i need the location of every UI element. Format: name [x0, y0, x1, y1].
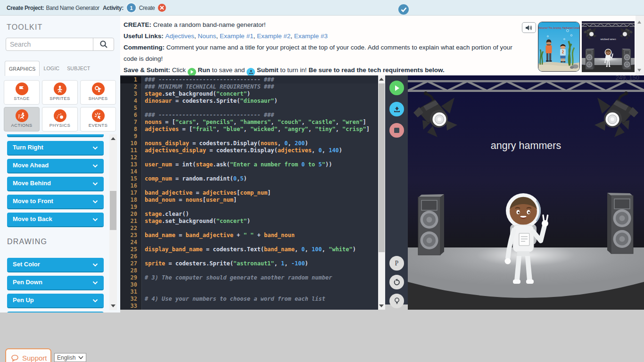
run-button-column: P	[385, 75, 408, 304]
code-line-18[interactable]: 18band_noun = nouns[user_num]	[120, 197, 378, 204]
submit-button[interactable]	[389, 102, 404, 116]
code-line-28[interactable]: 28	[120, 267, 378, 274]
tool-button-actions[interactable]: ACTIONS	[4, 107, 40, 132]
block-partial-bottom[interactable]	[7, 312, 104, 313]
support-button[interactable]: Support	[5, 348, 51, 362]
code-line-6[interactable]: 6### ------------------------------ ###	[120, 112, 378, 119]
code-line-15[interactable]: 15comp_num = random.randint(0,5)	[120, 175, 378, 182]
code-line-20[interactable]: 20stage.clear()	[120, 211, 378, 218]
language-select[interactable]: English	[54, 353, 86, 362]
search-button[interactable]	[93, 38, 114, 50]
code-line-9[interactable]: 9	[120, 133, 378, 140]
code-line-16[interactable]: 16	[120, 182, 378, 189]
code-line-26[interactable]: 26	[120, 253, 378, 260]
block-partial-top[interactable]	[7, 134, 104, 137]
block-set-color[interactable]: Set Color	[7, 258, 104, 272]
code-line-4[interactable]: 4dinosaur = codesters.Sprite("dinosaur")	[120, 98, 378, 105]
link[interactable]: Example #2	[257, 33, 290, 40]
tool-button-shapes[interactable]: SHAPES	[80, 80, 116, 105]
reset-button[interactable]	[389, 275, 404, 289]
pause-button[interactable]: P	[389, 256, 404, 271]
sidebar-scrollbar-thumb[interactable]	[110, 191, 116, 230]
tab-graphics[interactable]: GRAPHICS	[5, 61, 40, 76]
stop-button[interactable]	[389, 123, 404, 138]
actions-icon	[16, 109, 28, 122]
thumb2-caption: wicked wren	[600, 38, 616, 41]
language-value: English	[57, 354, 75, 361]
block-move-to-front[interactable]: Move to Front	[7, 195, 104, 209]
code-line-30[interactable]: 30	[120, 281, 378, 288]
code-line-23[interactable]: 23band_name = band_adjective + " " + ban…	[120, 232, 378, 239]
stage-coordinates: 249, 150	[615, 75, 639, 81]
saved-check-icon	[398, 4, 409, 15]
support-label: Support	[22, 354, 47, 362]
code-line-29[interactable]: 29# 3) The computer should generate anot…	[120, 274, 378, 281]
search-input[interactable]	[10, 39, 92, 50]
physics-icon	[54, 109, 66, 122]
submit-icon	[247, 68, 255, 76]
reset-icon	[393, 279, 401, 286]
block-turn-right[interactable]: Turn Right	[7, 141, 104, 156]
hint-button[interactable]	[389, 294, 404, 308]
tool-button-physics[interactable]: PHYSICS	[42, 107, 78, 132]
run-button[interactable]	[389, 81, 404, 95]
code-line-5[interactable]: 5	[120, 105, 378, 112]
code-line-33[interactable]: 33	[120, 303, 378, 310]
code-line-8[interactable]: 8adjectives = ["frail", "blue", "wicked"…	[120, 126, 378, 133]
code-line-11[interactable]: 11adjectives_display = codesters.Display…	[120, 147, 378, 154]
tool-button-sprites[interactable]: SPRITES	[42, 80, 78, 105]
stage-icon	[16, 82, 28, 95]
video-thumbnail-underwater[interactable]: Welcome! The Jumping, Haphazard Crowds	[538, 22, 580, 72]
code-line-19[interactable]: 19	[120, 204, 378, 211]
code-line-3[interactable]: 3stage.set_background("concert")	[120, 90, 378, 98]
top-bar: Create Project: Band Name Generator Acti…	[0, 0, 644, 16]
code-line-24[interactable]: 24	[120, 239, 378, 246]
stage-band-name-text: angry hammers	[408, 140, 644, 152]
block-move-to-back[interactable]: Move to Back	[7, 213, 104, 227]
code-line-12[interactable]: 12	[120, 154, 378, 161]
block-pen-up[interactable]: Pen Up	[7, 294, 104, 308]
code-line-27[interactable]: 27sprite = codesters.Sprite("astronaut1"…	[120, 260, 378, 267]
tool-button-events[interactable]: EVENTS	[80, 107, 116, 132]
activity-close-icon[interactable]	[158, 4, 166, 12]
video-thumbnail-concert[interactable]: wicked wren	[582, 21, 635, 72]
tab-logic[interactable]: LOGIC	[40, 61, 63, 75]
code-line-7[interactable]: 7nouns = ["cars", "pencils", "hammers", …	[120, 119, 378, 126]
link[interactable]: Adjectives	[165, 33, 195, 40]
project-name: Band Name Generator	[46, 5, 99, 11]
volume-button[interactable]	[522, 22, 536, 33]
editor-scrollbar-thumb[interactable]	[379, 83, 385, 252]
instructions-scrollbar[interactable]	[636, 16, 644, 75]
tab-subject[interactable]: SUBJECT	[63, 61, 94, 75]
select-chevron-icon	[78, 356, 83, 359]
activity-name: Create	[139, 5, 155, 11]
code-line-17[interactable]: 17band_adjective = adjectives[comp_num]	[120, 189, 378, 197]
code-line-13[interactable]: 13user_num = int(stage.ask("Enter a numb…	[120, 161, 378, 168]
code-line-21[interactable]: 21stage.set_background("concert")	[120, 218, 378, 225]
code-line-22[interactable]: 22	[120, 225, 378, 232]
code-line-32[interactable]: 32# 4) Use your numbers to choose a word…	[120, 296, 378, 303]
tool-button-stage[interactable]: STAGE	[4, 80, 40, 105]
search-box[interactable]	[6, 38, 114, 51]
speaker-icon	[525, 25, 533, 31]
block-pen-down[interactable]: Pen Down	[7, 276, 104, 290]
sidebar-scrollbar[interactable]	[109, 134, 117, 310]
link[interactable]: Example #3	[294, 33, 328, 40]
code-line-1[interactable]: 1### ------------------------------ ###	[120, 76, 378, 83]
code-line-14[interactable]: 14	[120, 168, 378, 175]
code-line-31[interactable]: 31	[120, 288, 378, 296]
editor-scrollbar[interactable]	[378, 75, 385, 310]
activity-label: Activity:	[103, 5, 124, 11]
toolkit-title: TOOLKIT	[7, 23, 43, 32]
code-line-25[interactable]: 25display_band_name = codesters.Text(ban…	[120, 246, 378, 253]
block-move-behind[interactable]: Move Behind	[7, 177, 104, 191]
block-move-ahead[interactable]: Move Ahead	[7, 159, 104, 173]
stage-preview[interactable]: angry hammers 249, 150	[408, 75, 644, 310]
code-line-2[interactable]: 2### MINIMUM TECHNICAL REQUIREMENTS ###	[120, 83, 378, 90]
lightbulb-icon	[394, 297, 400, 304]
code-line-10[interactable]: 10nouns_display = codesters.Display(noun…	[120, 140, 378, 147]
code-editor[interactable]: 1### ------------------------------ ###2…	[120, 75, 378, 310]
activity-number-badge: 1	[127, 3, 136, 12]
link[interactable]: Example #1	[220, 33, 253, 40]
link[interactable]: Nouns	[198, 33, 216, 40]
